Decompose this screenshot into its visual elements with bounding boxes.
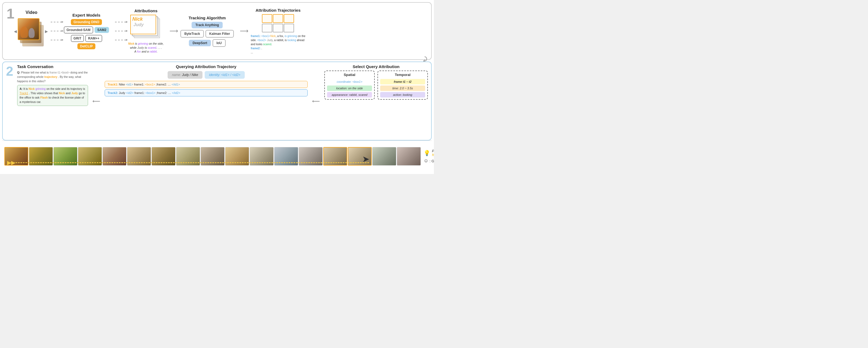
attr-nick: Nick	[128, 42, 134, 45]
arrow-attr-to-tracking: ⟶	[169, 28, 178, 35]
track2-id2: <id2>	[126, 91, 134, 95]
track-anything-box: Track Anything	[192, 22, 223, 28]
track2-label: Track2:	[107, 91, 118, 95]
dashed-arrow-2	[51, 31, 62, 31]
traj-frame-o3	[284, 14, 294, 23]
detclip-box: DetCLIP	[78, 43, 96, 49]
expert-models-col: Expert Models Grounding DINO Grounded-SA…	[64, 13, 109, 49]
query-title: Querying Attribution Trajectory	[176, 64, 236, 69]
q-trajectory: trajectory	[44, 75, 58, 78]
track1-nike: Nike	[119, 83, 125, 86]
temporal-action: action: looking	[380, 92, 425, 98]
dashed-arrow-6	[115, 40, 126, 40]
track2-box1: <box1>	[146, 91, 156, 95]
attr-scared: scared	[148, 46, 156, 49]
spatial-col: Spatial coordinate: <box1> location: on …	[324, 71, 375, 100]
tracking-boxes: Track Anything ByteTrack Kalman Filter D…	[180, 22, 234, 47]
arrows-video-to-expert	[51, 18, 62, 45]
frame1-box2: <box2>	[257, 39, 266, 42]
attr-judy-text: Judy	[133, 22, 144, 27]
expert-row-3: GRiT RAM++	[71, 35, 102, 42]
spatial-coordinate: coordinate: <box1>	[327, 79, 372, 84]
track1-box: Track1: Nike <id1> frame1: <box1> ;frame…	[105, 81, 308, 88]
select-query-col: Select Query Attribution Spatial coordin…	[324, 64, 428, 138]
track2-judy: Judy	[119, 91, 125, 95]
grounded-sam-box: Grounded-SAM	[64, 26, 93, 34]
attributions-label: Attributions	[134, 8, 157, 13]
q-frame: frame t1:	[50, 71, 61, 74]
frame1-rabbit: , a rabbit, is	[273, 39, 287, 42]
a-text4: . This video shows that	[29, 92, 59, 95]
good-job: ☺ : Good job !	[424, 158, 434, 164]
a-text3: on the side and its trajectory is	[46, 87, 85, 91]
attribution-traj-col: Attribution Trajectories	[251, 8, 306, 55]
a-text5: and	[66, 92, 71, 95]
grit-box: GRiT	[71, 35, 84, 42]
strip-frame-17	[397, 147, 421, 166]
a-label: A:	[20, 87, 23, 91]
video-arrow-left: ◀	[14, 29, 17, 34]
good-job-text: : Good job !	[430, 159, 434, 163]
video-arrow-right: ▶	[45, 29, 48, 34]
temporal-frame: frame t1 – t2	[380, 79, 425, 84]
tracking-algo-col: Tracking Algorithm Track Anything ByteTr…	[180, 15, 234, 47]
frame2-ellipsis: ...	[251, 51, 253, 54]
traj-frame-o1	[262, 14, 272, 23]
attr-fox: fox	[137, 50, 141, 53]
attr-frame-1: Nick Judy	[130, 15, 156, 34]
q-text1: Please tell me what is	[21, 71, 49, 74]
frame2-label: frame2:	[251, 47, 260, 50]
traj-frame-g3	[284, 24, 294, 32]
iou-box: IoU	[213, 39, 225, 47]
a-text1: It is	[24, 87, 29, 91]
traj-frame-g1	[262, 24, 272, 32]
track1-semi: ;frame2: …	[156, 83, 170, 86]
temporal-col: Temporal frame t1 – t2 time: 2.0 ~ 3.5s …	[377, 71, 428, 100]
track2-semi: ;frame2: …	[156, 91, 171, 95]
traj-frame-row2	[262, 24, 294, 32]
attr-traj-label: Attribution Trajectories	[256, 8, 301, 12]
expert-row-2: Grounded-SAM SAM2	[64, 26, 109, 34]
strip-frame-16	[372, 147, 396, 166]
frame1-nick: Nick	[270, 35, 276, 38]
attr-grinning: grinning	[138, 42, 148, 45]
section2-number: 2	[6, 64, 13, 78]
frame1-period: .	[271, 43, 272, 46]
conv-question: Q: Please tell me what is frame t1:<boxt…	[17, 71, 88, 83]
dashed-arrow-4	[115, 22, 126, 22]
track2-id2-close: </id2>	[172, 91, 180, 95]
expert-models-boxes: Grounding DINO Grounded-SAM SAM2 GRiT RA…	[64, 19, 109, 49]
task-conversation: Task Conversation Q: Please tell me what…	[17, 64, 88, 138]
bottom-wrapper: 2 Task Conversation Q: Please tell me wh…	[2, 62, 432, 172]
track2-frame1: frame1:	[134, 91, 145, 95]
bottom-section: 2 Task Conversation Q: Please tell me wh…	[2, 62, 432, 140]
track1-id1: <id1>	[126, 83, 133, 86]
a-nick: Nick	[29, 87, 35, 91]
a-flash: Flash	[40, 96, 48, 99]
track1-box1: <box1>	[145, 83, 155, 86]
sam2-box: SAM2	[95, 27, 109, 33]
policy-box: 💡 Policy: Oh! I need to see each frame o…	[424, 149, 434, 164]
query-attribution-col: Querying Attribution Trajectory name: Ju…	[105, 64, 308, 138]
arrow-tracking-to-traj: ⟶	[240, 28, 249, 35]
query-identity-box: identity: <id1> / <id2>	[205, 71, 245, 79]
video-character-fox	[21, 26, 28, 38]
video-frame-stack: ◀ ▶	[17, 16, 46, 52]
track2-box: Track2: Judy <id2> frame1: <box1> ;frame…	[105, 89, 308, 96]
expert-row-4: DetCLIP	[78, 43, 96, 49]
top-section: 1 Video ◀ ▶	[2, 2, 432, 60]
dashed-arrow-1	[51, 22, 62, 22]
attr-rabbit: rabbit	[150, 50, 157, 53]
temporal-time: time: 2.0 ~ 3.5s	[380, 85, 425, 91]
spatial-appearance: appearance: rabbit, scared	[327, 92, 372, 98]
frame1-box1: <box1>	[261, 35, 270, 38]
traj-frame-row1	[262, 14, 294, 23]
query-identity-label: identity:	[209, 73, 220, 77]
main-container: 1 Video ◀ ▶	[0, 0, 434, 174]
video-strip: ▶▶ ➤ 💡 Policy: Oh! I need to see each fr…	[2, 140, 432, 172]
policy-text: Policy: Oh! I need to see each frame of …	[432, 149, 434, 157]
dashed-arrow-3	[51, 40, 62, 40]
track-row-2: ByteTrack Kalman Filter	[180, 30, 234, 38]
track1-frame1: frame1:	[134, 83, 144, 86]
track-row-3: DeepSort IoU	[189, 39, 226, 47]
